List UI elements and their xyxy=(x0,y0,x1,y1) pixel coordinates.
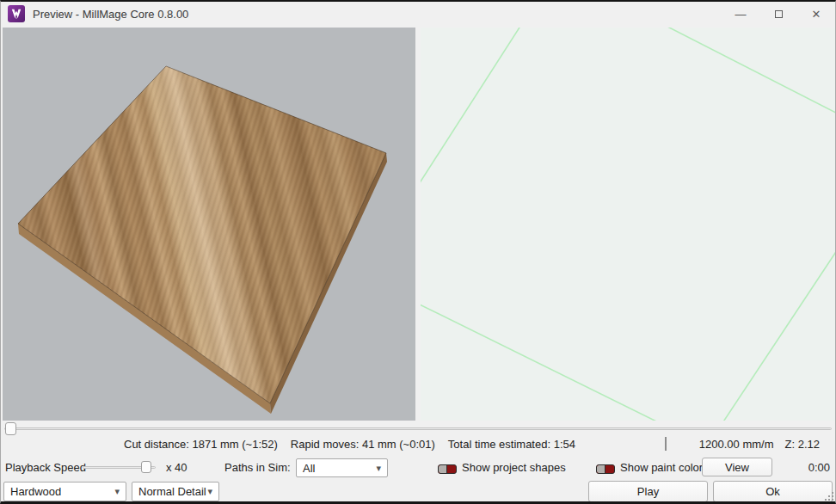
total-time-stat: Total time estimated: 1:54 xyxy=(448,438,575,451)
paths-in-sim-select[interactable]: All ▾ xyxy=(296,458,388,477)
ok-button-label: Ok xyxy=(765,485,780,498)
playback-speed-slider xyxy=(83,458,156,476)
speed-slider-handle[interactable] xyxy=(141,461,151,473)
detail-level-select[interactable]: Normal Detail ▾ xyxy=(132,482,219,501)
play-button-label: Play xyxy=(637,485,659,498)
status-bar: Cut distance: 1871 mm (~1:52) Rapid move… xyxy=(1,436,835,455)
show-project-shapes-toggle[interactable] xyxy=(438,464,457,474)
paths-in-sim-label: Paths in Sim: xyxy=(224,461,291,474)
view-button-label: View xyxy=(725,461,749,474)
window-title: Preview - MillMage Core 0.8.00 xyxy=(33,8,188,21)
minimize-icon: — xyxy=(735,8,747,21)
resize-grip[interactable] xyxy=(823,490,834,501)
window-controls: — ✕ xyxy=(722,2,835,26)
material-select[interactable]: Hardwood ▾ xyxy=(3,482,126,501)
paths-in-sim-value: All xyxy=(303,462,315,475)
show-project-shapes-label: Show project shapes xyxy=(462,461,566,474)
ok-button[interactable]: Ok xyxy=(713,481,833,502)
stock-3d-viewport[interactable] xyxy=(3,28,415,421)
chevron-down-icon: ▾ xyxy=(376,463,381,474)
title-bar: Preview - MillMage Core 0.8.00 — ✕ xyxy=(1,2,835,26)
chevron-down-icon: ▾ xyxy=(114,486,120,497)
playback-controls: Playback Speed x 40 Paths in Sim: All ▾ … xyxy=(1,456,835,478)
toggle-knob xyxy=(597,465,605,473)
view-button[interactable]: View xyxy=(702,458,772,476)
wood-board-render xyxy=(3,28,415,421)
rapid-moves-stat: Rapid moves: 41 mm (~0:01) xyxy=(291,438,435,451)
z-readout: Z: 2.12 xyxy=(785,438,820,451)
feed-rate-readout: 1200.00 mm/m xyxy=(699,438,774,451)
status-stats: Cut distance: 1871 mm (~1:52) Rapid move… xyxy=(124,438,575,451)
feed-rate-marker xyxy=(665,437,667,451)
playback-speed-label: Playback Speed xyxy=(5,461,86,474)
millmage-app-icon xyxy=(8,5,25,22)
show-paint-colors-toggle[interactable] xyxy=(596,464,615,474)
cut-distance-stat: Cut distance: 1871 mm (~1:52) xyxy=(124,438,278,451)
speed-multiplier-value: x 40 xyxy=(166,461,187,474)
close-button[interactable]: ✕ xyxy=(797,2,835,26)
chevron-down-icon: ▾ xyxy=(207,486,212,497)
toggle-knob xyxy=(439,465,447,473)
maximize-button[interactable] xyxy=(759,2,797,26)
close-icon: ✕ xyxy=(812,8,821,21)
mage-m-glyph xyxy=(10,8,22,20)
timeline-track[interactable] xyxy=(4,427,832,430)
toolpath-wireframe xyxy=(421,28,835,421)
stock-outline-wire xyxy=(421,28,835,421)
bottom-toolbar: Hardwood ▾ Normal Detail ▾ Play Ok xyxy=(1,480,835,503)
sim-elapsed-time: 0:00 xyxy=(808,461,830,474)
detail-level-value: Normal Detail xyxy=(138,485,206,498)
play-button[interactable]: Play xyxy=(588,481,708,502)
sim-timeline xyxy=(1,421,835,436)
minimize-button[interactable]: — xyxy=(722,2,759,26)
maximize-icon xyxy=(775,10,783,18)
status-readouts: 1200.00 mm/m Z: 2.12 xyxy=(672,438,820,451)
toolpath-viewport[interactable] xyxy=(421,28,835,421)
preview-dialog: Preview - MillMage Core 0.8.00 — ✕ xyxy=(0,0,836,504)
timeline-handle[interactable] xyxy=(5,422,16,435)
show-paint-colors-label: Show paint colors xyxy=(620,461,709,474)
material-value: Hardwood xyxy=(10,485,61,498)
